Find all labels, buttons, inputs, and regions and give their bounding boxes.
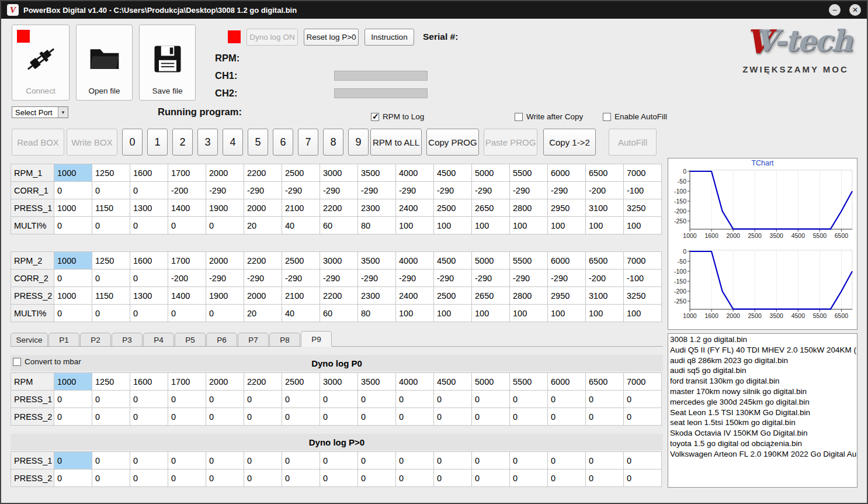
cell[interactable]: 1700 <box>168 252 206 270</box>
tab-p7[interactable]: P7 <box>238 333 269 347</box>
cell[interactable]: 4000 <box>396 164 434 182</box>
write-box-button[interactable]: Write BOX <box>67 129 117 156</box>
cell[interactable]: 0 <box>92 391 130 408</box>
cell[interactable]: 0 <box>54 182 92 199</box>
cell[interactable]: 0 <box>510 470 548 487</box>
minimize-button[interactable]: – <box>829 4 841 16</box>
rpm-to-all-button[interactable]: RPM to ALL <box>370 129 422 156</box>
reset-log-button[interactable]: Reset log P>0 <box>304 29 359 46</box>
cell[interactable]: 6500 <box>586 373 624 391</box>
cell[interactable]: 0 <box>130 391 168 408</box>
tab-p6[interactable]: P6 <box>206 333 237 347</box>
cell[interactable]: -290 <box>510 270 548 287</box>
cell[interactable]: -200 <box>168 270 206 287</box>
copy-prog-button[interactable]: Copy PROG <box>426 129 479 156</box>
cell[interactable]: 80 <box>358 305 396 322</box>
digit-5-button[interactable]: 5 <box>248 129 268 156</box>
cell[interactable]: 3250 <box>624 287 662 305</box>
cell[interactable]: 6000 <box>548 373 586 391</box>
cell[interactable]: 2500 <box>282 164 320 182</box>
cell[interactable]: 1250 <box>92 164 130 182</box>
cell[interactable]: 0 <box>206 452 244 470</box>
rpm-to-log-checkbox[interactable] <box>371 113 379 121</box>
cell[interactable]: 0 <box>168 305 206 322</box>
cell[interactable]: -290 <box>206 182 244 199</box>
digit-2-button[interactable]: 2 <box>172 129 193 156</box>
cell[interactable]: 0 <box>396 452 434 470</box>
cell[interactable]: 0 <box>206 470 244 487</box>
cell[interactable]: 2500 <box>282 252 320 270</box>
cell[interactable]: -290 <box>358 270 396 287</box>
file-list-item[interactable]: Seat Leon 1.5 TSI 130KM Go Digital.bin <box>670 408 857 418</box>
cell[interactable]: 0 <box>472 408 510 426</box>
cell[interactable]: 100 <box>510 305 548 322</box>
cell[interactable]: -290 <box>244 182 282 199</box>
cell[interactable]: 40 <box>282 305 320 322</box>
cell[interactable]: 0 <box>320 452 358 470</box>
cell[interactable]: 2200 <box>244 373 282 391</box>
file-list-item[interactable]: master 170km nowy silnik go digital.bin <box>670 386 857 397</box>
cell[interactable]: 100 <box>434 305 472 322</box>
cell[interactable]: 100 <box>472 305 510 322</box>
cell[interactable]: 0 <box>624 408 662 426</box>
cell[interactable]: 1600 <box>130 252 168 270</box>
cell[interactable]: 0 <box>92 452 130 470</box>
cell[interactable]: 100 <box>434 217 472 234</box>
cell[interactable]: -290 <box>320 270 358 287</box>
cell[interactable]: 0 <box>168 217 206 234</box>
cell[interactable]: 0 <box>130 452 168 470</box>
cell[interactable]: 100 <box>396 217 434 234</box>
cell[interactable]: -290 <box>320 182 358 199</box>
cell[interactable]: 1150 <box>92 199 130 217</box>
tab-p8[interactable]: P8 <box>269 333 300 347</box>
cell[interactable]: 0 <box>548 452 586 470</box>
cell[interactable]: 4000 <box>396 373 434 391</box>
cell[interactable]: 0 <box>586 452 624 470</box>
tab-p9[interactable]: P9 <box>301 331 332 347</box>
cell[interactable]: 2200 <box>320 199 358 217</box>
cell[interactable]: 0 <box>586 391 624 408</box>
cell[interactable]: 0 <box>206 391 244 408</box>
tab-service[interactable]: Service <box>11 333 48 347</box>
cell[interactable]: 0 <box>396 470 434 487</box>
cell[interactable]: 1150 <box>92 287 130 305</box>
cell[interactable]: 4500 <box>434 164 472 182</box>
digit-3-button[interactable]: 3 <box>197 129 218 156</box>
cell[interactable]: 1900 <box>206 287 244 305</box>
cell[interactable]: 2300 <box>358 287 396 305</box>
cell[interactable]: 0 <box>358 408 396 426</box>
cell[interactable]: 3100 <box>586 287 624 305</box>
cell[interactable]: 1900 <box>206 199 244 217</box>
cell[interactable]: 0 <box>168 452 206 470</box>
cell[interactable]: 1600 <box>130 373 168 391</box>
cell[interactable]: 0 <box>548 470 586 487</box>
file-list-item[interactable]: 3008 1.2 go digital.bin <box>670 334 857 345</box>
digit-6-button[interactable]: 6 <box>273 129 293 156</box>
file-list-item[interactable]: Volkswagen Arteon FL 2.0 190KM 2022 Go D… <box>670 449 857 460</box>
cell[interactable]: 2500 <box>434 287 472 305</box>
cell[interactable]: 1400 <box>168 287 206 305</box>
cell[interactable]: -290 <box>472 182 510 199</box>
cell[interactable]: 2200 <box>244 164 282 182</box>
cell[interactable]: 1000 <box>54 164 92 182</box>
cell[interactable]: 0 <box>54 408 92 426</box>
convert-to-mbar-checkbox[interactable] <box>13 358 21 366</box>
cell[interactable]: -290 <box>244 270 282 287</box>
cell[interactable]: 2300 <box>358 199 396 217</box>
cell[interactable]: 1000 <box>54 373 92 391</box>
cell[interactable]: 5500 <box>510 252 548 270</box>
cell[interactable]: 80 <box>358 217 396 234</box>
cell[interactable]: 3500 <box>358 164 396 182</box>
cell[interactable]: 100 <box>624 217 662 234</box>
cell[interactable]: 100 <box>472 217 510 234</box>
cell[interactable]: 0 <box>510 391 548 408</box>
cell[interactable]: 0 <box>586 470 624 487</box>
cell[interactable]: 1400 <box>168 199 206 217</box>
cell[interactable]: 0 <box>624 452 662 470</box>
cell[interactable]: 0 <box>54 452 92 470</box>
cell[interactable]: 1600 <box>130 164 168 182</box>
close-button[interactable]: ✕ <box>849 4 861 16</box>
cell[interactable]: 40 <box>282 217 320 234</box>
cell[interactable]: 0 <box>586 408 624 426</box>
cell[interactable]: 0 <box>320 470 358 487</box>
